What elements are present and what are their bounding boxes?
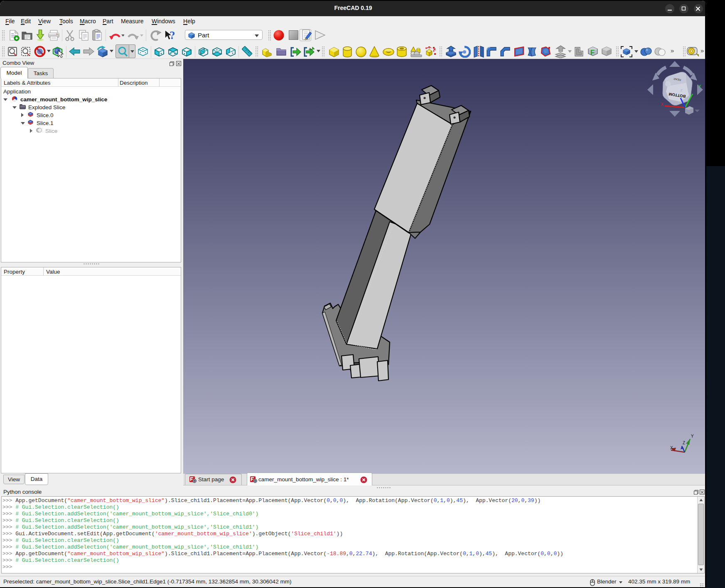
svg-text:X: X (661, 102, 664, 107)
svg-text:Z: Z (683, 441, 685, 445)
svg-text:X: X (670, 446, 673, 450)
svg-text:F: F (590, 49, 595, 56)
svg-text:Y: Y (691, 434, 694, 439)
svg-text:Y: Y (698, 84, 701, 89)
